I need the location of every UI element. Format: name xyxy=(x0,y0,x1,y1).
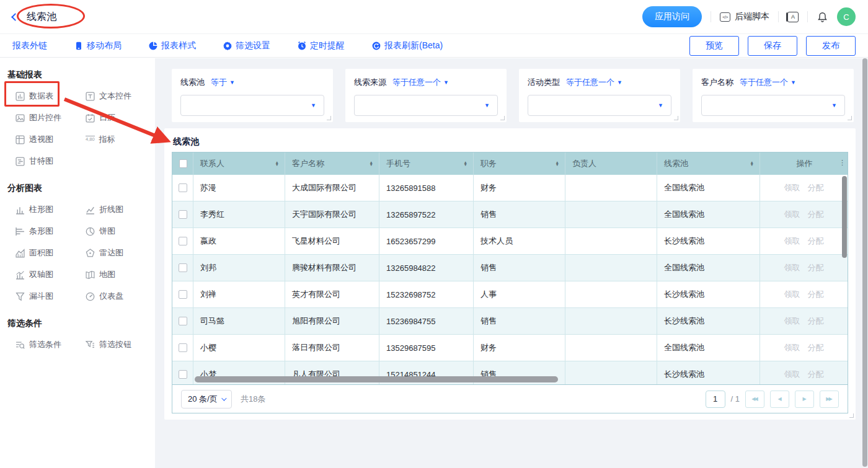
page-number-input[interactable] xyxy=(706,391,725,408)
sidebar-item-bar-chart[interactable]: 条形图 xyxy=(16,226,86,237)
filter-select-input[interactable]: ▼ xyxy=(701,95,845,116)
assign-action[interactable]: 分配 xyxy=(808,342,824,353)
sidebar-item-radar-chart[interactable]: 雷达图 xyxy=(86,247,155,258)
table-row[interactable]: 刘邦 腾骏材料有限公司 13265984822 销售 全国线索池 领取分配 xyxy=(172,255,848,281)
assign-action[interactable]: 分配 xyxy=(808,316,824,327)
row-checkbox[interactable] xyxy=(179,263,187,272)
assign-action[interactable]: 分配 xyxy=(808,262,824,273)
table-vertical-scrollbar[interactable] xyxy=(842,176,847,258)
sidebar-item-gauge-chart[interactable]: 仪表盘 xyxy=(86,291,155,302)
sort-icon[interactable]: ▲▼ xyxy=(464,161,467,166)
filter-card-lead-source[interactable]: 线索来源 等于任意一个 ▼ ▼ xyxy=(345,69,507,122)
sidebar-item-filter-button[interactable]: 筛选按钮 xyxy=(86,339,155,350)
sidebar-item-image-widget[interactable]: 图片控件 xyxy=(16,112,86,123)
assign-action[interactable]: 分配 xyxy=(808,236,824,247)
prev-page-button[interactable]: ◀ xyxy=(770,391,789,408)
filter-card-activity-type[interactable]: 活动类型 等于任意一个 ▼ ▼ xyxy=(519,69,680,122)
toolbar-item-filter-settings[interactable]: 筛选设置 xyxy=(223,40,270,51)
avatar[interactable]: C xyxy=(837,7,856,26)
table-row[interactable]: 嬴政 飞星材料公司 16523657299 技术人员 长沙线索池 领取分配 xyxy=(172,228,848,255)
row-checkbox[interactable] xyxy=(179,317,187,325)
sidebar-item-column-chart[interactable]: 柱形图 xyxy=(16,204,86,215)
sidebar-item-map-chart[interactable]: 地图 xyxy=(86,269,155,280)
claim-action[interactable]: 领取 xyxy=(784,369,800,380)
sidebar-item-line-chart[interactable]: 折线图 xyxy=(86,204,155,215)
sidebar-item-pie-chart[interactable]: 饼图 xyxy=(86,226,155,237)
resize-handle[interactable] xyxy=(500,116,505,120)
preview-button[interactable]: 预览 xyxy=(689,36,739,56)
sidebar-item-calendar[interactable]: 日历 xyxy=(86,112,155,123)
resize-handle[interactable] xyxy=(848,116,852,120)
sidebar-item-dual-axis-chart[interactable]: 双轴图 xyxy=(16,269,86,280)
window-scrollbar-thumb[interactable] xyxy=(862,58,867,467)
column-header-job[interactable]: 职务 xyxy=(480,158,497,169)
sidebar-item-data-table[interactable]: 数据表 xyxy=(16,91,86,102)
filter-operator-dropdown[interactable]: 等于任意一个 ▼ xyxy=(392,77,449,88)
claim-action[interactable]: 领取 xyxy=(784,262,800,273)
publish-button[interactable]: 发布 xyxy=(806,36,856,56)
filter-select-input[interactable]: ▼ xyxy=(180,95,324,116)
page-size-select[interactable]: 20 条/页 xyxy=(181,390,232,408)
back-chevron-icon[interactable] xyxy=(11,13,19,21)
sidebar-item-gantt[interactable]: 甘特图 xyxy=(16,156,86,167)
sidebar-item-filter-condition[interactable]: 筛选条件 xyxy=(16,339,86,350)
filter-operator-dropdown[interactable]: 等于 ▼ xyxy=(211,77,235,88)
assign-action[interactable]: 分配 xyxy=(808,209,824,220)
row-checkbox[interactable] xyxy=(179,290,187,299)
filter-select-input[interactable]: ▼ xyxy=(354,95,498,116)
assign-action[interactable]: 分配 xyxy=(808,182,824,193)
filter-operator-dropdown[interactable]: 等于任意一个 ▼ xyxy=(566,77,622,88)
claim-action[interactable]: 领取 xyxy=(784,289,800,300)
notification-bell-icon[interactable] xyxy=(817,11,828,23)
column-header-pool[interactable]: 线索池 xyxy=(664,158,688,169)
resize-handle[interactable] xyxy=(327,116,331,120)
app-access-button[interactable]: 应用访问 xyxy=(642,6,702,27)
claim-action[interactable]: 领取 xyxy=(784,236,800,247)
select-all-checkbox[interactable] xyxy=(179,159,187,168)
filter-operator-dropdown[interactable]: 等于任意一个 ▼ xyxy=(740,77,796,88)
toolbar-item-external-link[interactable]: 报表外链 xyxy=(12,40,47,51)
row-checkbox[interactable] xyxy=(179,210,187,219)
sort-icon[interactable]: ▲▼ xyxy=(556,161,559,166)
sidebar-item-area-chart[interactable]: 面积图 xyxy=(16,247,86,258)
claim-action[interactable]: 领取 xyxy=(784,182,800,193)
row-checkbox[interactable] xyxy=(179,343,187,352)
next-page-button[interactable]: ▶ xyxy=(795,391,814,408)
toolbar-item-report-style[interactable]: 报表样式 xyxy=(149,40,196,51)
row-checkbox[interactable] xyxy=(179,237,187,245)
table-row[interactable]: 刘禅 英才有限公司 15232698752 人事 长沙线索池 领取分配 xyxy=(172,281,848,308)
first-page-button[interactable]: ◀◀ xyxy=(745,391,764,408)
sidebar-item-metric[interactable]: 4,80 指标 xyxy=(86,134,155,145)
table-row[interactable]: 司马懿 旭阳有限公司 15236984755 销售 长沙线索池 领取分配 xyxy=(172,308,848,335)
sidebar-item-pivot-table[interactable]: 透视图 xyxy=(16,134,86,145)
column-settings-icon[interactable]: ⋮ xyxy=(839,159,846,167)
sidebar-item-text-widget[interactable]: 文本控件 xyxy=(86,91,155,102)
sort-icon[interactable]: ▲▼ xyxy=(275,161,279,166)
filter-card-lead-pool[interactable]: 线索池 等于 ▼ ▼ xyxy=(172,69,333,122)
assign-action[interactable]: 分配 xyxy=(808,369,824,380)
sort-icon[interactable]: ▲▼ xyxy=(750,161,754,166)
column-header-company[interactable]: 客户名称 xyxy=(292,158,324,169)
toolbar-item-mobile-layout[interactable]: 移动布局 xyxy=(74,40,122,51)
table-row[interactable]: 李秀红 天宇国际有限公司 13265897522 销售 全国线索池 领取分配 xyxy=(172,201,848,228)
last-page-button[interactable]: ▶▶ xyxy=(820,391,839,408)
column-header-phone[interactable]: 手机号 xyxy=(386,158,410,169)
contact-book-icon[interactable]: A xyxy=(787,12,799,22)
toolbar-item-report-refresh[interactable]: 报表刷新(Beta) xyxy=(372,40,443,51)
table-horizontal-scrollbar[interactable] xyxy=(195,376,558,382)
filter-select-input[interactable]: ▼ xyxy=(528,95,671,116)
table-row[interactable]: 苏漫 大成国际有限公司 13265891588 财务 全国线索池 领取分配 xyxy=(172,175,848,201)
claim-action[interactable]: 领取 xyxy=(784,316,800,327)
toolbar-item-timed-reminder[interactable]: 定时提醒 xyxy=(298,40,345,51)
assign-action[interactable]: 分配 xyxy=(808,289,824,300)
table-row[interactable]: 小樱 落日有限公司 13529687595 财务 全国线索池 领取分配 xyxy=(172,335,848,361)
filter-card-customer-name[interactable]: 客户名称 等于任意一个 ▼ ▼ xyxy=(693,69,854,122)
resize-handle[interactable] xyxy=(674,116,678,120)
sort-icon[interactable]: ▲▼ xyxy=(370,161,373,166)
resize-handle[interactable] xyxy=(849,413,854,418)
row-checkbox[interactable] xyxy=(179,183,187,192)
backend-script-button[interactable]: </> 后端脚本 xyxy=(720,11,769,22)
claim-action[interactable]: 领取 xyxy=(784,209,800,220)
column-header-contact[interactable]: 联系人 xyxy=(200,158,224,169)
data-table-panel[interactable]: 线索池 联系人 ▲▼ 客户名称 ▲▼ 手机号 ▲▼ 职务 ▲▼ 负责人 线索池 … xyxy=(164,128,856,420)
